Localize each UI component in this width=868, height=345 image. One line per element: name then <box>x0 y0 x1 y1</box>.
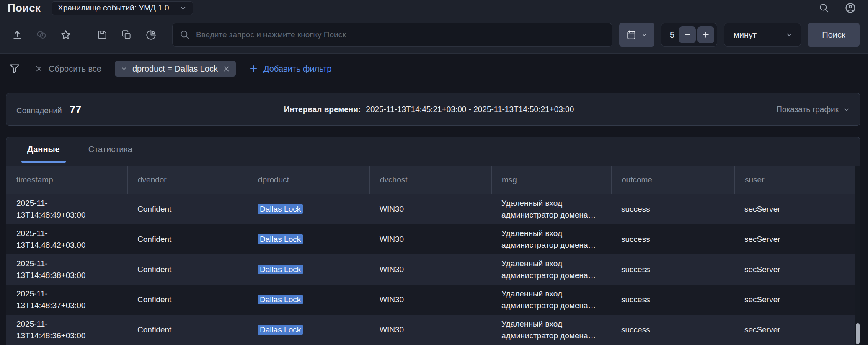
cell-suser: secServer <box>734 294 855 306</box>
table-row[interactable]: 2025-11-13T14:48:49+03:00 Confident Dall… <box>6 194 855 224</box>
matches-label: Совпадений <box>16 106 62 115</box>
upload-button[interactable] <box>9 26 26 43</box>
cell-timestamp: 2025-11-13T14:48:42+03:00 <box>6 228 96 251</box>
cell-outcome: success <box>611 264 734 275</box>
column-header-dvendor[interactable]: dvendor <box>127 166 248 194</box>
time-interval-value: 2025-11-13T14:45:21+03:00 - 2025-11-13T1… <box>366 105 574 114</box>
favorites-button[interactable] <box>57 26 74 43</box>
filter-chip-label: dproduct = Dallas Lock <box>132 64 218 74</box>
table-header: timestamp dvendor dproduct dvchost msg o… <box>6 166 855 194</box>
cell-timestamp: 2025-11-13T14:48:49+03:00 <box>6 197 96 221</box>
interval-value[interactable]: 5 <box>670 30 677 40</box>
column-header-outcome[interactable]: outcome <box>611 166 734 194</box>
cell-suser: secServer <box>734 233 855 245</box>
cell-dvendor: Confident <box>127 264 248 275</box>
global-search-button[interactable] <box>819 3 829 13</box>
plus-icon <box>702 31 710 39</box>
column-header-dvchost[interactable]: dvchost <box>369 166 491 194</box>
chevron-down-icon <box>641 31 648 38</box>
table-row[interactable]: 2025-11-13T14:48:42+03:00 Confident Dall… <box>6 224 855 254</box>
increment-button[interactable] <box>698 26 714 43</box>
cell-dvendor: Confident <box>127 294 248 306</box>
cell-dproduct: Dallas Lock <box>248 294 369 306</box>
chevron-down-icon <box>179 4 187 12</box>
cell-dvendor: Confident <box>127 324 248 336</box>
cell-msg: Удаленный вход администратор домена… <box>491 197 611 221</box>
cell-dproduct: Dallas Lock <box>248 264 369 275</box>
decrement-button[interactable] <box>679 26 696 43</box>
storage-select-value: Хранилище событий: УМД 1.0 <box>58 3 175 13</box>
highlighted-value: Dallas Lock <box>258 204 303 214</box>
search-icon <box>819 3 829 13</box>
search-button[interactable]: Поиск <box>808 23 860 47</box>
results-tabs: Данные Статистика <box>6 137 860 166</box>
cell-dvchost: WIN30 <box>369 294 491 306</box>
time-interval-label: Интервал времени: <box>284 105 361 114</box>
vertical-scrollbar-track[interactable] <box>855 166 860 345</box>
add-filter-label: Добавить фильтр <box>264 64 331 74</box>
star-icon <box>60 29 72 41</box>
date-range-button[interactable] <box>619 23 654 47</box>
close-icon <box>35 65 43 73</box>
cell-outcome: success <box>611 324 734 336</box>
save-icon <box>97 29 108 40</box>
pie-chart-button[interactable] <box>142 26 159 43</box>
add-icon <box>248 64 258 74</box>
cell-dvchost: WIN30 <box>369 233 491 245</box>
vertical-scrollbar-thumb[interactable] <box>856 323 860 344</box>
table-row[interactable]: 2025-11-13T14:48:36+03:00 Confident Dall… <box>6 315 855 345</box>
search-icon <box>179 29 190 40</box>
compare-circles-icon <box>36 29 47 41</box>
query-input-wrap <box>172 23 612 47</box>
cell-dvendor: Confident <box>127 203 248 215</box>
copy-query-button[interactable] <box>118 26 135 43</box>
remove-filter-icon[interactable] <box>223 65 230 73</box>
cell-dvchost: WIN30 <box>369 203 491 215</box>
tab-statistics[interactable]: Статистика <box>83 145 138 166</box>
upload-icon <box>12 29 23 40</box>
highlighted-value: Dallas Lock <box>258 234 303 244</box>
cell-suser: secServer <box>734 203 855 215</box>
column-header-suser[interactable]: suser <box>734 166 855 194</box>
chevron-down-icon <box>121 65 127 72</box>
cell-outcome: success <box>611 294 734 306</box>
cell-msg: Удаленный вход администратор домена… <box>491 318 611 342</box>
cell-dproduct: Dallas Lock <box>248 233 369 245</box>
compare-button[interactable] <box>33 26 50 43</box>
tab-data[interactable]: Данные <box>21 145 66 166</box>
user-menu-button[interactable] <box>845 2 856 14</box>
summary-panel: Совпадений 77 Интервал времени: 2025-11-… <box>6 93 860 126</box>
clear-all-filters-button[interactable]: Сбросить все <box>35 64 101 74</box>
clear-all-label: Сбросить все <box>49 64 101 74</box>
cell-dvchost: WIN30 <box>369 264 491 275</box>
topbar-actions <box>819 2 856 14</box>
unit-select[interactable]: минут <box>724 23 801 47</box>
search-toolbar: 5 минут Поиск <box>0 16 868 54</box>
highlighted-value: Dallas Lock <box>258 265 303 274</box>
interval-stepper: 5 <box>661 23 717 47</box>
cell-timestamp: 2025-11-13T14:48:36+03:00 <box>6 318 96 342</box>
show-chart-label: Показать график <box>776 105 839 114</box>
matches-count: 77 <box>70 103 82 116</box>
query-input[interactable] <box>196 30 605 39</box>
minus-icon <box>683 31 692 39</box>
cell-outcome: success <box>611 203 734 215</box>
column-header-timestamp[interactable]: timestamp <box>6 166 127 194</box>
page-title: Поиск <box>8 2 41 15</box>
chevron-down-icon <box>785 31 793 39</box>
show-chart-button[interactable]: Показать график <box>776 105 850 114</box>
storage-select[interactable]: Хранилище событий: УМД 1.0 <box>52 1 193 15</box>
table-row[interactable]: 2025-11-13T14:48:38+03:00 Confident Dall… <box>6 254 855 285</box>
column-header-dproduct[interactable]: dproduct <box>248 166 369 194</box>
filter-chip[interactable]: dproduct = Dallas Lock <box>115 61 236 77</box>
filter-bar: Сбросить все dproduct = Dallas Lock Доба… <box>0 54 868 84</box>
cell-suser: secServer <box>734 264 855 275</box>
calendar-icon <box>626 29 637 40</box>
add-filter-button[interactable]: Добавить фильтр <box>248 64 331 74</box>
time-interval: Интервал времени: 2025-11-13T14:45:21+03… <box>284 105 574 114</box>
save-query-button[interactable] <box>94 26 111 43</box>
matches-counter: Совпадений 77 <box>16 103 82 116</box>
column-header-msg[interactable]: msg <box>491 166 611 194</box>
table-row[interactable]: 2025-11-13T14:48:37+03:00 Confident Dall… <box>6 285 855 315</box>
copy-icon <box>121 29 132 40</box>
